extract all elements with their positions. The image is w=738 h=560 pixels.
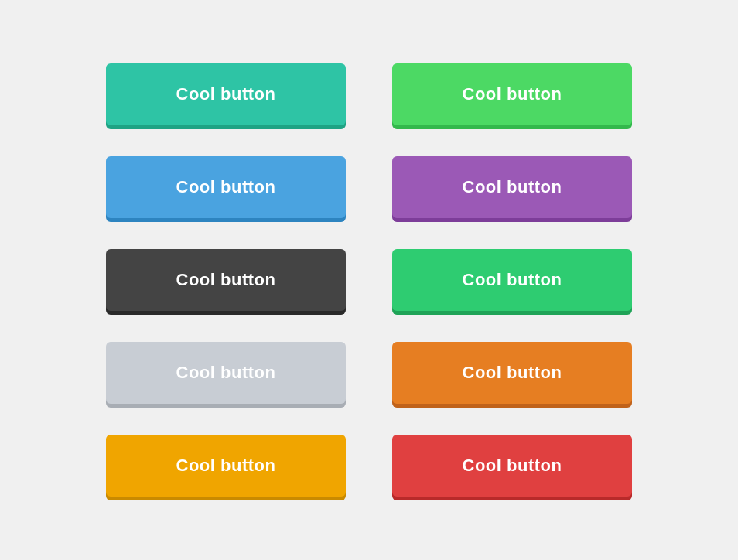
button-green[interactable]: Cool button — [392, 63, 632, 125]
button-emerald[interactable]: Cool button — [392, 249, 632, 311]
button-red[interactable]: Cool button — [392, 435, 632, 497]
button-blue[interactable]: Cool button — [106, 156, 346, 218]
button-purple[interactable]: Cool button — [392, 156, 632, 218]
button-yellow[interactable]: Cool button — [106, 435, 346, 497]
button-orange[interactable]: Cool button — [392, 342, 632, 404]
button-lightgray[interactable]: Cool button — [106, 342, 346, 404]
button-teal[interactable]: Cool button — [106, 63, 346, 125]
button-grid: Cool button Cool button Cool button Cool… — [75, 32, 663, 528]
button-darkgray[interactable]: Cool button — [106, 249, 346, 311]
